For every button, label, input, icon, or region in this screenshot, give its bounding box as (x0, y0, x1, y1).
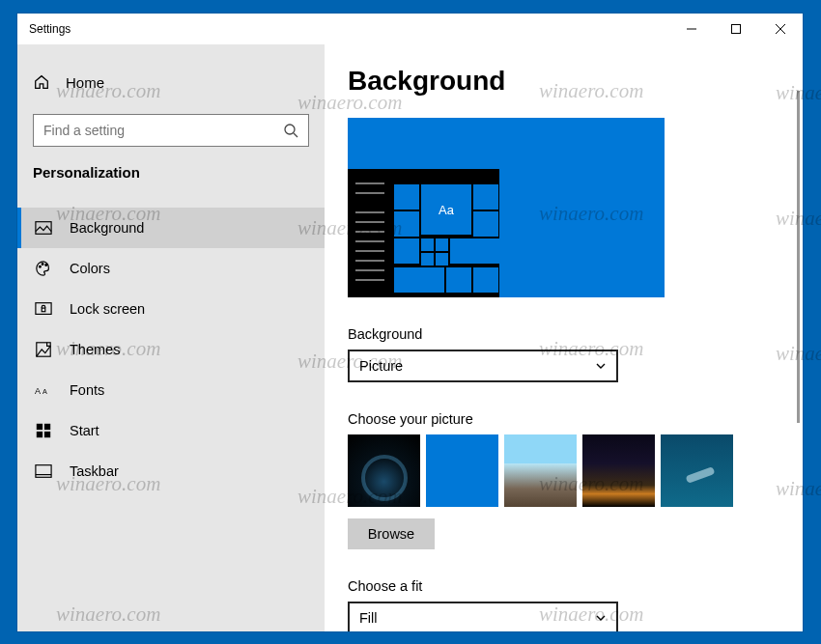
home-label: Home (66, 74, 104, 91)
picture-thumbnails (348, 434, 779, 507)
nav-background[interactable]: Background (17, 208, 325, 248)
svg-rect-19 (36, 465, 51, 478)
choose-fit-label: Choose a fit (348, 578, 779, 594)
svg-rect-18 (44, 432, 50, 437)
taskbar-icon (35, 462, 52, 480)
nav-list: Background Colors Lock screen Themes AA … (17, 208, 325, 491)
svg-text:A: A (35, 386, 41, 396)
choose-picture-label: Choose your picture (348, 411, 779, 427)
maximize-button[interactable] (714, 14, 758, 44)
nav-themes[interactable]: Themes (17, 329, 325, 370)
sidebar: Home Personalization Background (17, 44, 325, 631)
settings-window: Settings Home (17, 14, 803, 631)
preview-tiles: Aa (394, 179, 500, 290)
svg-rect-17 (37, 432, 42, 437)
nav-label: Lock screen (70, 301, 145, 317)
nav-taskbar[interactable]: Taskbar (17, 451, 325, 491)
close-button[interactable] (758, 14, 803, 44)
picture-thumb-2[interactable] (426, 434, 498, 507)
minimize-icon (687, 24, 696, 34)
nav-label: Taskbar (70, 463, 119, 479)
picture-thumb-5[interactable] (661, 434, 733, 507)
nav-label: Background (70, 220, 144, 236)
fit-dropdown[interactable]: Fill (348, 602, 618, 631)
background-dropdown-label: Background (348, 326, 779, 342)
picture-thumb-4[interactable] (582, 434, 655, 507)
preview-sample-tile: Aa (421, 184, 471, 235)
background-dropdown[interactable]: Picture (348, 350, 618, 382)
nav-start[interactable]: Start (17, 410, 325, 451)
search-icon (283, 123, 298, 138)
svg-rect-16 (44, 424, 50, 430)
fit-dropdown-value: Fill (359, 610, 378, 626)
preview-start-lines (355, 179, 384, 290)
svg-point-9 (45, 265, 47, 266)
search-input[interactable] (34, 123, 308, 138)
home-link[interactable]: Home (17, 64, 325, 100)
svg-rect-11 (42, 308, 45, 312)
picture-icon (35, 219, 52, 237)
nav-lock-screen[interactable]: Lock screen (17, 289, 325, 329)
minimize-button[interactable] (669, 14, 714, 44)
svg-point-7 (40, 266, 42, 267)
home-icon (33, 73, 50, 91)
chevron-down-icon (595, 360, 607, 372)
page-title: Background (348, 66, 779, 97)
picture-thumb-1[interactable] (348, 434, 420, 507)
svg-text:A: A (42, 387, 47, 396)
close-icon (776, 24, 785, 34)
background-dropdown-value: Picture (359, 358, 403, 374)
chevron-down-icon (595, 612, 607, 624)
themes-icon (35, 341, 52, 358)
nav-label: Colors (70, 261, 110, 276)
browse-button[interactable]: Browse (348, 518, 435, 549)
svg-point-8 (42, 264, 43, 266)
window-title: Settings (29, 22, 71, 36)
titlebar: Settings (17, 14, 803, 44)
svg-line-5 (294, 133, 297, 137)
category-header: Personalization (17, 147, 325, 190)
nav-colors[interactable]: Colors (17, 248, 325, 289)
svg-rect-1 (732, 25, 741, 34)
nav-label: Start (70, 423, 99, 438)
scrollbar[interactable] (797, 91, 800, 423)
content-area: Background (325, 44, 803, 631)
picture-thumb-3[interactable] (504, 434, 577, 507)
nav-label: Fonts (70, 382, 104, 398)
search-box[interactable] (33, 114, 309, 147)
svg-point-4 (285, 125, 295, 134)
fonts-icon: AA (35, 381, 52, 399)
nav-fonts[interactable]: AA Fonts (17, 370, 325, 410)
start-icon (35, 422, 52, 439)
lock-screen-icon (35, 300, 52, 318)
desktop-preview: Aa (348, 118, 665, 297)
maximize-icon (731, 24, 741, 34)
palette-icon (35, 260, 52, 277)
svg-rect-15 (37, 424, 42, 430)
nav-label: Themes (70, 342, 120, 357)
